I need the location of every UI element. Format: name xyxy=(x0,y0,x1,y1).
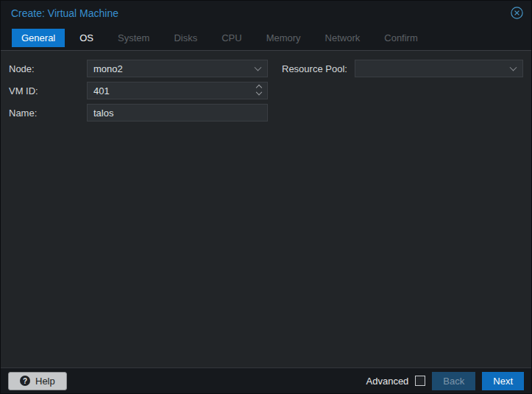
vmid-row: VM ID: xyxy=(9,82,268,99)
tab-cpu: CPU xyxy=(212,29,251,47)
resource-pool-row: Resource Pool: xyxy=(282,60,523,77)
vmid-input[interactable] xyxy=(88,82,267,99)
name-field[interactable] xyxy=(87,104,268,122)
resource-pool-label: Resource Pool: xyxy=(282,63,355,74)
tab-disks: Disks xyxy=(164,29,207,47)
tab-system: System xyxy=(108,29,159,47)
vmid-spinner[interactable] xyxy=(87,82,268,99)
general-panel: Node: VM ID: Name: xyxy=(1,51,531,367)
help-button-label: Help xyxy=(35,376,55,387)
form-right-column: Resource Pool: xyxy=(282,60,523,77)
close-icon[interactable] xyxy=(510,7,523,20)
next-button[interactable]: Next xyxy=(482,372,524,390)
advanced-checkbox[interactable] xyxy=(415,376,425,386)
vmid-label: VM ID: xyxy=(9,85,87,96)
node-combobox[interactable] xyxy=(87,60,268,77)
footer-actions: Advanced Back Next xyxy=(366,372,524,390)
create-vm-dialog: Create: Virtual Machine General OS Syste… xyxy=(0,0,532,394)
advanced-label: Advanced xyxy=(366,376,409,387)
dialog-footer: ? Help Advanced Back Next xyxy=(1,367,531,393)
form-left-column: Node: VM ID: Name: xyxy=(9,60,268,122)
back-button[interactable]: Back xyxy=(432,372,475,390)
tab-network: Network xyxy=(316,29,370,47)
help-button[interactable]: ? Help xyxy=(8,372,67,390)
dialog-titlebar: Create: Virtual Machine xyxy=(1,1,531,25)
name-label: Name: xyxy=(9,108,87,119)
resource-pool-combobox[interactable] xyxy=(355,60,523,77)
node-label: Node: xyxy=(9,63,87,74)
resource-pool-input[interactable] xyxy=(355,60,522,77)
tab-os[interactable]: OS xyxy=(70,29,103,47)
name-row: Name: xyxy=(9,104,268,122)
tab-confirm: Confirm xyxy=(375,29,428,47)
tab-general[interactable]: General xyxy=(12,29,65,47)
name-input[interactable] xyxy=(88,105,267,121)
tab-memory: Memory xyxy=(257,29,311,47)
question-circle-icon: ? xyxy=(20,376,30,386)
wizard-tab-bar: General OS System Disks CPU Memory Netwo… xyxy=(1,25,531,51)
dialog-title: Create: Virtual Machine xyxy=(11,7,118,19)
node-input[interactable] xyxy=(88,60,267,77)
node-row: Node: xyxy=(9,60,268,77)
